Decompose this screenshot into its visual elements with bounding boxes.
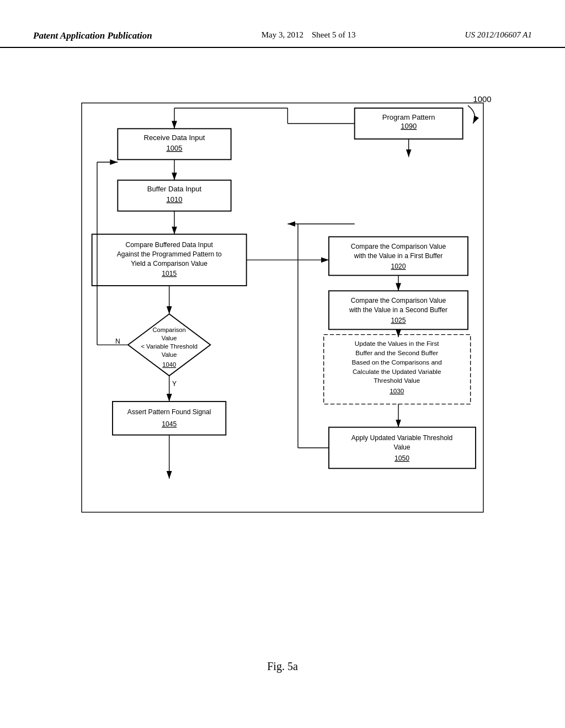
compare-first-num: 1020 <box>391 263 406 270</box>
publication-title: Patent Application Publication <box>33 30 152 41</box>
header-center: May 3, 2012 Sheet 5 of 13 <box>262 30 356 40</box>
receive-data-text: Receive Data Input <box>144 133 205 142</box>
program-pattern-num: 1090 <box>401 122 417 130</box>
assert-pattern-text1: Assert Pattern Found Signal <box>127 408 211 416</box>
diamond-text1: Comparison <box>153 326 186 333</box>
assert-pattern-box <box>113 402 226 435</box>
apply-updated-num: 1050 <box>395 454 409 462</box>
update-num: 1030 <box>390 387 404 394</box>
program-pattern-text: Program Pattern <box>382 113 435 121</box>
flowchart-diagram: 1000 Program Pattern 1090 Receive Data I… <box>33 77 532 618</box>
sheet-info: Sheet 5 of 13 <box>312 30 356 39</box>
y-label: Y <box>172 380 177 388</box>
page-header: Patent Application Publication May 3, 20… <box>0 30 565 48</box>
apply-updated-text1: Apply Updated Variable Threshold <box>351 434 453 442</box>
diamond-text3: < Variable Threshold <box>141 343 198 350</box>
compare-second-num: 1025 <box>391 317 406 324</box>
caption-text: Fig. 5a <box>267 660 298 672</box>
compare-second-text1: Compare the Comparison Value <box>351 297 446 304</box>
compare-second-text2: with the Value in a Second Buffer <box>349 306 447 314</box>
update-text1: Update the Values in the First <box>355 340 439 347</box>
update-text3: Based on the Comparisons and <box>352 358 442 366</box>
compare-first-text1: Compare the Comparison Value <box>351 243 446 250</box>
diamond-text4: Value <box>162 351 177 358</box>
compare-first-text2: with the Value in a First Buffer <box>354 252 443 260</box>
compare-buffered-text1: Compare Buffered Data Input <box>126 241 214 249</box>
flowchart-svg: 1000 Program Pattern 1090 Receive Data I… <box>33 77 532 618</box>
compare-buffered-text3: Yield a Comparison Value <box>131 260 207 267</box>
apply-updated-text2: Value <box>393 443 410 451</box>
compare-buffered-num: 1015 <box>162 270 177 277</box>
label-1000: 1000 <box>473 94 491 104</box>
update-text2: Buffer and the Second Buffer <box>355 349 438 356</box>
receive-data-num: 1005 <box>166 144 182 152</box>
figure-caption: Fig. 5a <box>0 660 565 673</box>
update-text4: Calculate the Updated Variable <box>353 368 441 375</box>
buffer-data-num: 1010 <box>166 195 182 204</box>
compare-buffered-text2: Against the Programmed Pattern to <box>117 250 222 258</box>
date: May 3, 2012 <box>262 30 303 39</box>
assert-pattern-num: 1045 <box>162 420 177 428</box>
diamond-num: 1040 <box>162 361 176 368</box>
diamond-text2: Value <box>162 335 177 341</box>
n-label: N <box>115 338 120 345</box>
patent-number: US 2012/106607 A1 <box>465 30 532 40</box>
buffer-data-text: Buffer Data Input <box>147 185 202 193</box>
update-text5: Threshold Value <box>374 377 420 384</box>
